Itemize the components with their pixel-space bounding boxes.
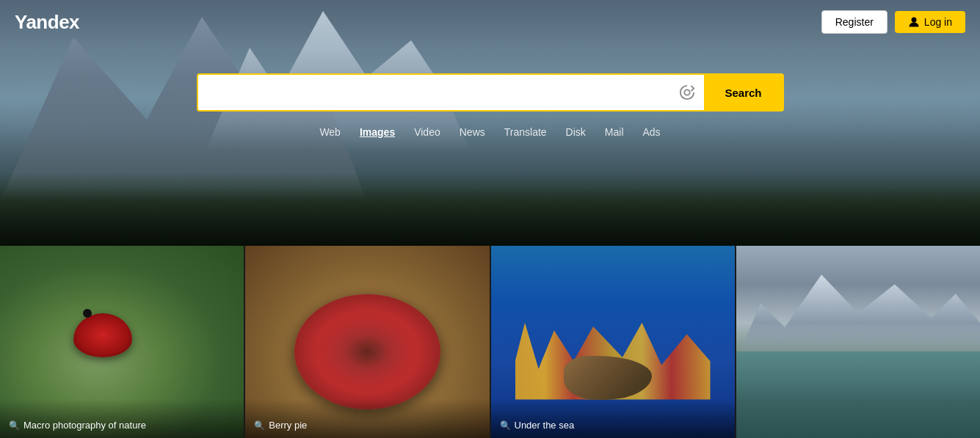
register-button[interactable]: Register (821, 10, 888, 34)
search-area: Search Web Images Video News Translate D… (0, 73, 980, 142)
nav-ads[interactable]: Ads (634, 122, 669, 142)
nav-links: Web Images Video News Translate Disk Mai… (311, 122, 669, 142)
search-mini-icon-2: 🔍 (254, 420, 265, 431)
grid-item-altai[interactable]: 🔍 Altai (735, 246, 980, 438)
nav-news[interactable]: News (451, 122, 494, 142)
grid-caption-sea: 🔍 Under the sea (491, 399, 735, 438)
search-mini-icon-3: 🔍 (500, 420, 511, 431)
grid-caption-text-3: Under the sea (515, 420, 575, 431)
header: Yandex Register Log in (0, 0, 980, 44)
camera-icon (679, 84, 695, 101)
nav-images[interactable]: Images (351, 122, 404, 142)
grid-item-sea[interactable]: 🔍 Under the sea (490, 246, 735, 438)
grid-caption-text: Macro photography of nature (23, 420, 146, 431)
search-box: Search (197, 73, 784, 112)
nav-video[interactable]: Video (405, 122, 449, 142)
grid-caption-pie: 🔍 Berry pie (245, 399, 489, 438)
nav-translate[interactable]: Translate (496, 122, 556, 142)
camera-search-button[interactable] (670, 75, 704, 110)
svg-point-0 (911, 18, 916, 23)
logo: Yandex (15, 11, 79, 34)
nav-disk[interactable]: Disk (557, 122, 595, 142)
search-mini-icon-4: 🔍 (745, 420, 756, 431)
grid-caption-ladybug: 🔍 Macro photography of nature (0, 399, 244, 438)
grid-caption-text-4: Altai (760, 420, 778, 431)
hero-bottom-fade (0, 187, 980, 246)
svg-point-1 (685, 90, 690, 95)
search-button[interactable]: Search (704, 75, 782, 110)
grid-caption-text-2: Berry pie (269, 420, 307, 431)
user-icon (908, 16, 920, 28)
nav-web[interactable]: Web (311, 122, 349, 142)
nav-mail[interactable]: Mail (596, 122, 633, 142)
login-button[interactable]: Log in (895, 11, 965, 33)
header-buttons: Register Log in (821, 10, 965, 34)
search-mini-icon: 🔍 (9, 420, 20, 431)
image-grid: 🔍 Macro photography of nature 🔍 Berry pi… (0, 246, 980, 438)
search-input[interactable] (198, 75, 671, 110)
grid-caption-altai: 🔍 Altai (736, 399, 980, 438)
grid-item-ladybug[interactable]: 🔍 Macro photography of nature (0, 246, 244, 438)
grid-item-pie[interactable]: 🔍 Berry pie (244, 246, 489, 438)
